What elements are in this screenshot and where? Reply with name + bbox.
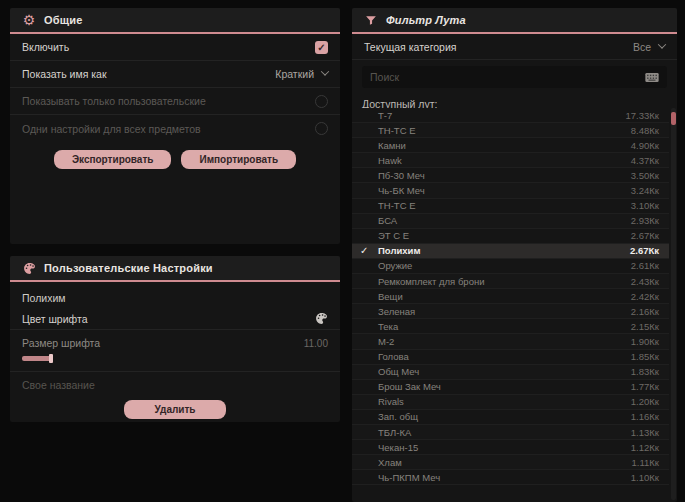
- chevron-down-icon: [321, 67, 329, 75]
- loot-item-name: Чь-БК Меч: [378, 185, 425, 196]
- general-panel: ⚙ Общие Включить ✓ Показать имя как Крат…: [10, 8, 340, 244]
- name-mode-dropdown[interactable]: Краткий: [275, 68, 328, 80]
- loot-item-name: Пб-30 Меч: [378, 170, 425, 181]
- loot-item-name: ТН-ТС Е: [378, 200, 415, 211]
- loot-list-item[interactable]: Хлам1.11Кк: [352, 455, 669, 470]
- gear-icon: ⚙: [22, 13, 36, 27]
- loot-list-item[interactable]: Hawk4.37Кк: [352, 153, 669, 168]
- loot-list-item[interactable]: Тека2.15Кк: [352, 319, 669, 334]
- loot-item-value: 1.13Кк: [631, 427, 659, 438]
- loot-list-item[interactable]: Оружие2.61Кк: [352, 259, 669, 274]
- setting-row-name-mode: Показать имя как Краткий: [10, 61, 340, 88]
- loot-list-item[interactable]: Чь-ПКПМ Меч1.10Кк: [352, 470, 669, 485]
- slider-handle[interactable]: [49, 354, 53, 363]
- only-custom-checkbox[interactable]: [315, 95, 328, 108]
- font-size-slider[interactable]: [22, 356, 52, 361]
- loot-item-value: 3.24Кк: [631, 185, 659, 196]
- loot-item-name: Rivals: [378, 396, 404, 407]
- keyboard-icon[interactable]: [645, 72, 659, 83]
- loot-list-item[interactable]: Голова1.85Кк: [352, 350, 669, 365]
- loot-item-value: 2.61Кк: [631, 260, 659, 271]
- font-size-row: Размер шрифта 11.00: [10, 330, 340, 372]
- loot-list-item[interactable]: ТН-ТС Е8.48Кк: [352, 123, 669, 138]
- loot-item-value: 2.67Кк: [630, 245, 659, 256]
- loot-item-value: 3.10Кк: [631, 200, 659, 211]
- loot-list-item[interactable]: Rivals1.20Кк: [352, 395, 669, 410]
- category-row: Текущая категория Все: [352, 34, 677, 60]
- loot-list-item[interactable]: Брош Зак Меч1.77Кк: [352, 380, 669, 395]
- loot-list-item[interactable]: М-21.90Кк: [352, 334, 669, 349]
- custom-name-input[interactable]: [22, 379, 328, 391]
- loot-list-item[interactable]: Общ Меч1.83Кк: [352, 365, 669, 380]
- loot-list-item[interactable]: Ремкомплект для брони2.43Кк: [352, 274, 669, 289]
- export-button[interactable]: Экспортировать: [54, 150, 172, 169]
- loot-item-value: 1.16Кк: [631, 411, 659, 422]
- category-dropdown[interactable]: Все: [633, 41, 665, 53]
- loot-item-value: 4.37Кк: [631, 155, 659, 166]
- loot-item-name: Брош Зак Меч: [378, 381, 441, 392]
- loot-item-value: 2.42Кк: [631, 291, 659, 302]
- loot-filter-panel-title: Фильтр Лута: [386, 14, 466, 26]
- loot-item-value: 1.90Кк: [631, 336, 659, 347]
- loot-list-scrollbar[interactable]: [671, 108, 676, 500]
- funnel-icon: [364, 13, 378, 27]
- loot-list-item[interactable]: Пб-30 Меч3.50Кк: [352, 168, 669, 183]
- loot-list-item[interactable]: ✓Полихим2.67Кк: [352, 244, 669, 259]
- color-palette-icon[interactable]: [315, 312, 328, 325]
- user-settings-panel: Пользовательские Настройки Полихим Цвет …: [10, 256, 340, 422]
- item-name-label: Полихим: [10, 282, 340, 308]
- enable-checkbox[interactable]: ✓: [315, 41, 328, 54]
- category-value: Все: [633, 41, 651, 53]
- loot-item-name: Общ Меч: [378, 366, 419, 377]
- font-color-label: Цвет шрифта: [22, 313, 88, 325]
- loot-item-value: 1.83Кк: [631, 366, 659, 377]
- loot-list-item[interactable]: ЭТ С Е2.67Кк: [352, 229, 669, 244]
- user-settings-panel-header: Пользовательские Настройки: [10, 256, 340, 282]
- loot-item-name: Вещи: [378, 291, 403, 302]
- export-import-row: Экспортировать Импортировать: [10, 142, 340, 169]
- loot-list-item[interactable]: Зеленая2.16Кк: [352, 304, 669, 319]
- only-custom-label: Показывать только пользовательские: [22, 95, 206, 107]
- loot-list-item[interactable]: БСА2.93Кк: [352, 214, 669, 229]
- scrollbar-thumb[interactable]: [671, 112, 676, 125]
- loot-list-item[interactable]: Зап. общ1.16Кк: [352, 410, 669, 425]
- font-size-label: Размер шрифта: [22, 337, 100, 349]
- loot-item-name: ТН-ТС Е: [378, 125, 415, 136]
- loot-list-item[interactable]: Чь-БК Меч3.24Кк: [352, 183, 669, 198]
- loot-list-item[interactable]: ТН-ТС Е3.10Кк: [352, 199, 669, 214]
- chevron-down-icon: [658, 40, 666, 48]
- loot-list-item[interactable]: Вещи2.42Кк: [352, 289, 669, 304]
- loot-item-name: Камни: [378, 140, 406, 151]
- loot-filter-panel-header: Фильтр Лута: [352, 8, 677, 34]
- loot-list-item[interactable]: Т-717.33Кк: [352, 108, 669, 123]
- same-settings-checkbox[interactable]: [315, 122, 328, 135]
- general-panel-header: ⚙ Общие: [10, 8, 340, 34]
- import-button[interactable]: Импортировать: [181, 150, 296, 169]
- search-box[interactable]: [362, 66, 667, 88]
- loot-item-value: 1.12Кк: [631, 442, 659, 453]
- loot-item-value: 1.77Кк: [631, 381, 659, 392]
- enable-label: Включить: [22, 41, 69, 53]
- delete-button[interactable]: Удалить: [124, 400, 225, 419]
- paint-palette-icon: [22, 261, 36, 275]
- loot-item-name: ТБЛ-КА: [378, 427, 411, 438]
- general-panel-title: Общие: [44, 14, 83, 26]
- loot-list-item[interactable]: ТБЛ-КА1.13Кк: [352, 425, 669, 440]
- setting-row-only-custom: Показывать только пользовательские: [10, 88, 340, 115]
- custom-name-row: [10, 372, 340, 398]
- loot-item-name: Тека: [378, 321, 398, 332]
- loot-item-value: 2.67Кк: [631, 230, 659, 241]
- loot-item-name: ЭТ С Е: [378, 230, 409, 241]
- delete-row: Удалить: [10, 398, 340, 419]
- loot-item-name: БСА: [378, 215, 397, 226]
- loot-list-item[interactable]: Чекан-151.12Кк: [352, 440, 669, 455]
- loot-item-value: 1.20Кк: [631, 396, 659, 407]
- loot-item-value: 4.90Кк: [631, 140, 659, 151]
- name-mode-value: Краткий: [275, 68, 314, 80]
- search-input[interactable]: [370, 71, 637, 83]
- loot-item-name: Т-7: [378, 110, 392, 121]
- loot-list-item[interactable]: Камни4.90Кк: [352, 138, 669, 153]
- loot-item-value: 2.93Кк: [631, 215, 659, 226]
- setting-row-enable: Включить ✓: [10, 34, 340, 61]
- loot-item-value: 1.11Кк: [632, 457, 659, 468]
